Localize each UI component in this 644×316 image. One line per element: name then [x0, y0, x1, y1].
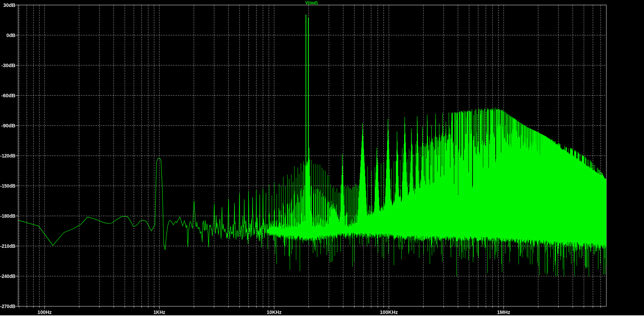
svg-text:-240dB: -240dB — [0, 273, 16, 279]
svg-text:100KHz: 100KHz — [380, 309, 398, 315]
svg-text:10KHz: 10KHz — [267, 309, 282, 315]
svg-text:1KHz: 1KHz — [153, 309, 165, 315]
svg-text:-150dB: -150dB — [0, 183, 16, 189]
svg-text:0dB: 0dB — [7, 32, 16, 38]
svg-text:-270dB: -270dB — [0, 303, 16, 309]
svg-text:-90dB: -90dB — [1, 123, 16, 128]
svg-text:-30dB: -30dB — [1, 62, 16, 68]
svg-text:V(out): V(out) — [305, 0, 318, 5]
svg-text:-60dB: -60dB — [1, 92, 16, 98]
svg-text:30dB: 30dB — [3, 2, 16, 8]
svg-text:100Hz: 100Hz — [38, 309, 52, 315]
svg-text:-120dB: -120dB — [0, 153, 16, 159]
svg-text:1MHz: 1MHz — [497, 309, 510, 315]
svg-text:-180dB: -180dB — [0, 213, 16, 219]
svg-text:-210dB: -210dB — [0, 243, 16, 249]
